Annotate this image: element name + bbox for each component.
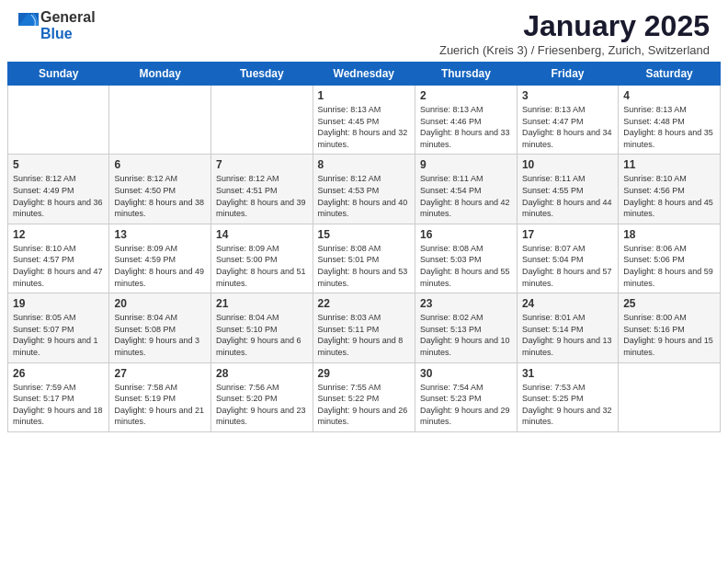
day-number: 7: [216, 158, 308, 171]
day-info: Sunrise: 8:08 AM Sunset: 5:01 PM Dayligh…: [318, 243, 410, 289]
day-number: 9: [420, 158, 512, 171]
day-info: Sunrise: 8:11 AM Sunset: 4:55 PM Dayligh…: [522, 173, 613, 219]
calendar-cell: 26Sunrise: 7:59 AM Sunset: 5:17 PM Dayli…: [8, 362, 109, 431]
calendar-header: SundayMondayTuesdayWednesdayThursdayFrid…: [8, 63, 721, 86]
day-info: Sunrise: 7:53 AM Sunset: 5:25 PM Dayligh…: [522, 382, 613, 428]
day-info: Sunrise: 8:10 AM Sunset: 4:56 PM Dayligh…: [623, 173, 715, 219]
calendar-cell: 24Sunrise: 8:01 AM Sunset: 5:14 PM Dayli…: [517, 293, 618, 362]
day-info: Sunrise: 8:13 AM Sunset: 4:46 PM Dayligh…: [420, 104, 512, 150]
day-number: 11: [623, 158, 715, 171]
calendar-cell: 3Sunrise: 8:13 AM Sunset: 4:47 PM Daylig…: [517, 86, 618, 155]
day-number: 27: [114, 367, 206, 380]
day-number: 13: [114, 228, 206, 241]
day-info: Sunrise: 8:04 AM Sunset: 5:08 PM Dayligh…: [114, 312, 206, 358]
day-info: Sunrise: 8:13 AM Sunset: 4:48 PM Dayligh…: [623, 104, 715, 150]
day-info: Sunrise: 7:54 AM Sunset: 5:23 PM Dayligh…: [420, 382, 512, 428]
calendar-cell: 11Sunrise: 8:10 AM Sunset: 4:56 PM Dayli…: [619, 155, 721, 224]
day-number: 10: [522, 158, 613, 171]
day-info: Sunrise: 7:59 AM Sunset: 5:17 PM Dayligh…: [13, 382, 104, 428]
weekday-row: SundayMondayTuesdayWednesdayThursdayFrid…: [8, 63, 721, 86]
weekday-header-tuesday: Tuesday: [210, 63, 313, 86]
month-title: January 2025: [439, 9, 710, 43]
day-info: Sunrise: 8:05 AM Sunset: 5:07 PM Dayligh…: [13, 312, 104, 358]
logo-blue: Blue: [40, 26, 96, 42]
header: General Blue January 2025 Zuerich (Kreis…: [0, 0, 728, 62]
calendar-cell: 21Sunrise: 8:04 AM Sunset: 5:10 PM Dayli…: [210, 293, 313, 362]
day-number: 31: [522, 367, 613, 380]
logo: General Blue: [18, 9, 96, 41]
title-area: January 2025 Zuerich (Kreis 3) / Friesen…: [439, 9, 710, 57]
day-number: 20: [114, 297, 206, 310]
day-info: Sunrise: 8:02 AM Sunset: 5:13 PM Dayligh…: [420, 312, 512, 358]
logo-text: General Blue: [40, 9, 96, 41]
calendar-cell: [109, 86, 211, 155]
day-info: Sunrise: 8:12 AM Sunset: 4:51 PM Dayligh…: [216, 173, 308, 219]
day-info: Sunrise: 8:09 AM Sunset: 4:59 PM Dayligh…: [114, 243, 206, 289]
day-number: 25: [623, 297, 715, 310]
calendar-cell: [619, 362, 721, 431]
day-info: Sunrise: 8:12 AM Sunset: 4:50 PM Dayligh…: [114, 173, 206, 219]
calendar-cell: 23Sunrise: 8:02 AM Sunset: 5:13 PM Dayli…: [415, 293, 518, 362]
day-info: Sunrise: 8:07 AM Sunset: 5:04 PM Dayligh…: [522, 243, 613, 289]
day-number: 5: [13, 158, 104, 171]
day-number: 29: [318, 367, 410, 380]
day-number: 22: [318, 297, 410, 310]
day-number: 21: [216, 297, 308, 310]
day-number: 15: [318, 228, 410, 241]
day-info: Sunrise: 8:00 AM Sunset: 5:16 PM Dayligh…: [623, 312, 715, 358]
day-number: 14: [216, 228, 308, 241]
calendar-cell: 4Sunrise: 8:13 AM Sunset: 4:48 PM Daylig…: [619, 86, 721, 155]
calendar-week-4: 19Sunrise: 8:05 AM Sunset: 5:07 PM Dayli…: [8, 293, 721, 362]
day-number: 24: [522, 297, 613, 310]
day-info: Sunrise: 8:09 AM Sunset: 5:00 PM Dayligh…: [216, 243, 308, 289]
calendar-wrapper: SundayMondayTuesdayWednesdayThursdayFrid…: [0, 62, 728, 440]
day-number: 12: [13, 228, 104, 241]
weekday-header-wednesday: Wednesday: [313, 63, 415, 86]
calendar-cell: 12Sunrise: 8:10 AM Sunset: 4:57 PM Dayli…: [8, 224, 109, 293]
calendar-cell: 27Sunrise: 7:58 AM Sunset: 5:19 PM Dayli…: [109, 362, 211, 431]
day-number: 4: [623, 89, 715, 102]
calendar-cell: 29Sunrise: 7:55 AM Sunset: 5:22 PM Dayli…: [313, 362, 415, 431]
calendar-week-5: 26Sunrise: 7:59 AM Sunset: 5:17 PM Dayli…: [8, 362, 721, 431]
calendar-cell: 8Sunrise: 8:12 AM Sunset: 4:53 PM Daylig…: [313, 155, 415, 224]
day-info: Sunrise: 8:13 AM Sunset: 4:45 PM Dayligh…: [318, 104, 410, 150]
day-info: Sunrise: 7:58 AM Sunset: 5:19 PM Dayligh…: [114, 382, 206, 428]
day-number: 3: [522, 89, 613, 102]
day-number: 8: [318, 158, 410, 171]
calendar-week-3: 12Sunrise: 8:10 AM Sunset: 4:57 PM Dayli…: [8, 224, 721, 293]
day-number: 17: [522, 228, 613, 241]
calendar-cell: 25Sunrise: 8:00 AM Sunset: 5:16 PM Dayli…: [619, 293, 721, 362]
calendar-cell: 10Sunrise: 8:11 AM Sunset: 4:55 PM Dayli…: [517, 155, 618, 224]
page-container: General Blue January 2025 Zuerich (Kreis…: [0, 0, 728, 440]
calendar-week-2: 5Sunrise: 8:12 AM Sunset: 4:49 PM Daylig…: [8, 155, 721, 224]
day-number: 30: [420, 367, 512, 380]
day-info: Sunrise: 8:13 AM Sunset: 4:47 PM Dayligh…: [522, 104, 613, 150]
calendar-cell: 9Sunrise: 8:11 AM Sunset: 4:54 PM Daylig…: [415, 155, 518, 224]
calendar-cell: 17Sunrise: 8:07 AM Sunset: 5:04 PM Dayli…: [517, 224, 618, 293]
day-info: Sunrise: 8:06 AM Sunset: 5:06 PM Dayligh…: [623, 243, 715, 289]
calendar-cell: 19Sunrise: 8:05 AM Sunset: 5:07 PM Dayli…: [8, 293, 109, 362]
weekday-header-friday: Friday: [517, 63, 618, 86]
calendar-cell: 6Sunrise: 8:12 AM Sunset: 4:50 PM Daylig…: [109, 155, 211, 224]
day-info: Sunrise: 7:56 AM Sunset: 5:20 PM Dayligh…: [216, 382, 308, 428]
day-number: 28: [216, 367, 308, 380]
day-info: Sunrise: 8:04 AM Sunset: 5:10 PM Dayligh…: [216, 312, 308, 358]
day-info: Sunrise: 8:11 AM Sunset: 4:54 PM Dayligh…: [420, 173, 512, 219]
calendar-week-1: 1Sunrise: 8:13 AM Sunset: 4:45 PM Daylig…: [8, 86, 721, 155]
calendar-cell: [8, 86, 109, 155]
calendar-cell: 15Sunrise: 8:08 AM Sunset: 5:01 PM Dayli…: [313, 224, 415, 293]
calendar-cell: 13Sunrise: 8:09 AM Sunset: 4:59 PM Dayli…: [109, 224, 211, 293]
calendar-cell: 7Sunrise: 8:12 AM Sunset: 4:51 PM Daylig…: [210, 155, 313, 224]
logo-icon: [18, 13, 39, 39]
calendar-cell: 16Sunrise: 8:08 AM Sunset: 5:03 PM Dayli…: [415, 224, 518, 293]
weekday-header-saturday: Saturday: [619, 63, 721, 86]
day-info: Sunrise: 8:03 AM Sunset: 5:11 PM Dayligh…: [318, 312, 410, 358]
calendar-cell: 30Sunrise: 7:54 AM Sunset: 5:23 PM Dayli…: [415, 362, 518, 431]
subtitle: Zuerich (Kreis 3) / Friesenberg, Zurich,…: [439, 43, 710, 57]
calendar-table: SundayMondayTuesdayWednesdayThursdayFrid…: [7, 62, 721, 432]
weekday-header-sunday: Sunday: [8, 63, 109, 86]
day-info: Sunrise: 8:10 AM Sunset: 4:57 PM Dayligh…: [13, 243, 104, 289]
calendar-cell: 18Sunrise: 8:06 AM Sunset: 5:06 PM Dayli…: [619, 224, 721, 293]
calendar-cell: 20Sunrise: 8:04 AM Sunset: 5:08 PM Dayli…: [109, 293, 211, 362]
day-info: Sunrise: 8:12 AM Sunset: 4:53 PM Dayligh…: [318, 173, 410, 219]
